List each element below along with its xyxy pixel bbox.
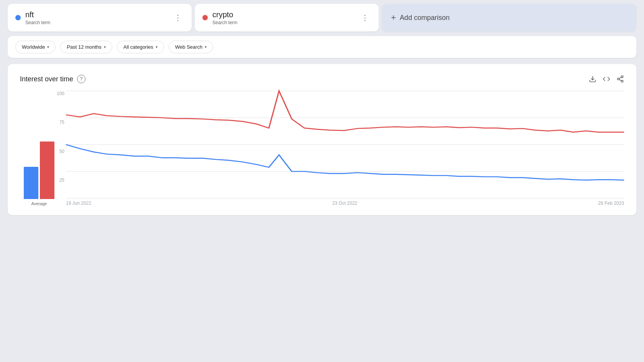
y-label-75: 75 (52, 120, 64, 125)
interest-over-time-card: Interest over time ? (8, 64, 636, 215)
location-chevron-icon: ▾ (47, 45, 49, 49)
crypto-term-type: Search term (212, 20, 237, 25)
search-type-chevron-icon: ▾ (205, 45, 207, 49)
chart-actions (589, 75, 624, 83)
search-term-card-crypto: crypto Search term ⋮ (195, 4, 379, 31)
help-icon[interactable]: ? (77, 75, 85, 83)
chart-title-area: Interest over time ? (20, 75, 85, 83)
location-filter[interactable]: Worldwide ▾ (15, 41, 56, 53)
search-term-left-nft: nft Search term (15, 10, 50, 25)
search-type-filter[interactable]: Web Search ▾ (169, 41, 213, 53)
embed-button[interactable] (603, 75, 610, 83)
svg-point-2 (618, 78, 619, 80)
nft-term-type: Search term (25, 20, 50, 25)
location-filter-label: Worldwide (22, 44, 45, 50)
search-term-card-nft: nft Search term ⋮ (8, 4, 192, 31)
nft-dot (15, 15, 21, 20)
svg-point-1 (621, 76, 623, 78)
time-range-filter-label: Past 12 months (67, 44, 101, 50)
nft-average-bar (24, 167, 38, 199)
crypto-more-button[interactable]: ⋮ (359, 12, 371, 24)
svg-point-3 (621, 80, 623, 82)
svg-line-5 (619, 77, 621, 78)
search-type-filter-label: Web Search (175, 44, 202, 50)
crypto-term-info: crypto Search term (212, 10, 237, 25)
x-label-oct2022: 23 Oct 2022 (332, 201, 357, 206)
x-axis-labels: 19 Jun 2022 23 Oct 2022 26 Feb 2023 (66, 198, 624, 206)
x-label-jun2022: 19 Jun 2022 (66, 201, 91, 206)
chart-svg-container: 100 75 50 25 (66, 91, 624, 198)
chart-header: Interest over time ? (20, 75, 624, 83)
x-label-feb2023: 26 Feb 2023 (598, 201, 624, 206)
add-comparison-label: Add comparison (400, 14, 450, 22)
line-chart-svg (66, 91, 624, 198)
plus-icon: + (391, 13, 396, 23)
crypto-line (66, 91, 624, 132)
line-chart-wrapper: 100 75 50 25 (66, 91, 624, 206)
search-term-left-crypto: crypto Search term (202, 10, 237, 25)
average-label: Average (31, 201, 47, 206)
nft-line (66, 145, 624, 180)
category-filter-label: All categories (123, 44, 153, 50)
nft-term-name: nft (25, 10, 50, 19)
category-filter[interactable]: All categories ▾ (117, 41, 164, 53)
chart-title: Interest over time (20, 75, 73, 83)
time-range-chevron-icon: ▾ (104, 45, 106, 49)
chart-area: Average 100 75 50 25 (20, 91, 624, 206)
y-label-25: 25 (52, 178, 64, 183)
y-axis-labels: 100 75 50 25 (52, 91, 64, 183)
share-button[interactable] (616, 75, 624, 83)
bars-container (24, 115, 54, 199)
crypto-term-name: crypto (212, 10, 237, 19)
svg-line-4 (619, 79, 621, 81)
download-button[interactable] (589, 75, 596, 83)
category-chevron-icon: ▾ (156, 45, 158, 49)
add-comparison-button[interactable]: + Add comparison (382, 4, 636, 31)
search-terms-row: nft Search term ⋮ crypto Search term ⋮ +… (8, 4, 636, 31)
nft-term-info: nft Search term (25, 10, 50, 25)
y-label-100: 100 (52, 91, 64, 96)
time-range-filter[interactable]: Past 12 months ▾ (60, 41, 112, 53)
y-label-50: 50 (52, 149, 64, 154)
nft-more-button[interactable]: ⋮ (172, 12, 184, 24)
filter-row: Worldwide ▾ Past 12 months ▾ All categor… (8, 36, 636, 58)
crypto-dot (202, 15, 208, 20)
